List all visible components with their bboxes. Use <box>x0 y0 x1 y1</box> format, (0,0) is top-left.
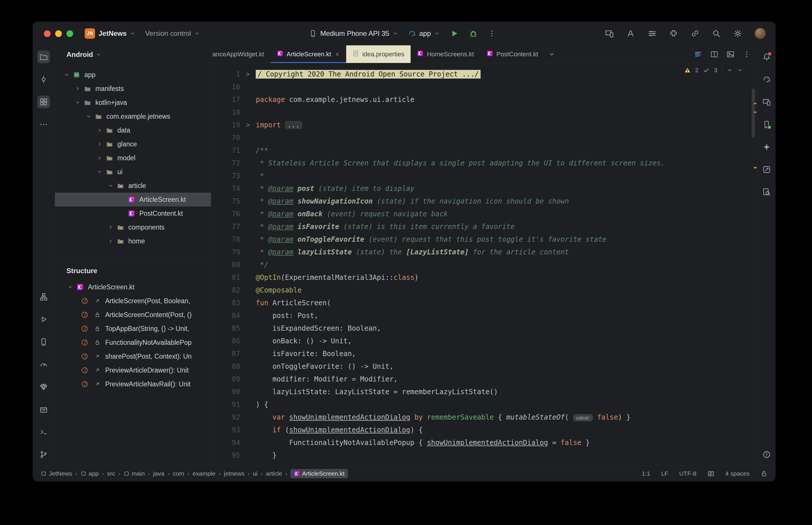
structure-root[interactable]: ArticleScreen.kt <box>55 280 211 294</box>
chevron-down-icon[interactable] <box>65 284 75 290</box>
chevron-right-icon[interactable] <box>106 225 116 230</box>
structure-item[interactable]: fTopAppBar(String, () -> Unit, <box>55 322 211 335</box>
chevron-right-icon[interactable] <box>73 86 83 91</box>
vcs-widget[interactable]: Version control <box>145 29 200 38</box>
structure-item[interactable]: fArticleScreenContent(Post, () <box>55 308 211 322</box>
project-widget[interactable]: JN JetNews <box>85 28 135 39</box>
settings-icon[interactable] <box>734 29 742 38</box>
build-variants-icon[interactable] <box>37 290 50 303</box>
split-view-icon[interactable] <box>711 50 718 58</box>
device-mirroring-icon[interactable] <box>605 29 614 38</box>
reader-mode-icon[interactable] <box>707 470 714 477</box>
code-editor[interactable]: 1>/ Copyright 2020 The Android Open Sour… <box>211 63 757 466</box>
previous-problem-icon[interactable] <box>727 67 733 73</box>
caret-position[interactable]: 1:1 <box>642 470 650 477</box>
structure-item[interactable]: fPreviewArticleNavRail(): Unit <box>55 377 211 391</box>
tree-item-ArticleScreen.kt[interactable]: ArticleScreen.kt <box>55 193 211 207</box>
tree-item-kotlin+java[interactable]: kotlin+java <box>55 95 211 109</box>
run-configuration-selector[interactable]: app <box>408 29 440 38</box>
indent-setting[interactable]: 4 spaces <box>725 470 750 477</box>
gradle-icon[interactable] <box>760 73 773 86</box>
breadcrumb-jetnews[interactable]: jetnews <box>224 470 245 477</box>
breadcrumb-app[interactable]: app <box>80 470 99 477</box>
version-control-icon[interactable] <box>37 448 50 461</box>
editor-more-icon[interactable] <box>743 50 751 58</box>
project-tool-icon[interactable] <box>37 50 50 63</box>
structure-item[interactable]: fPreviewArticleDrawer(): Unit <box>55 363 211 377</box>
debug-button[interactable] <box>469 29 478 38</box>
breadcrumb-article[interactable]: article <box>266 470 282 477</box>
chevron-right-icon[interactable] <box>95 155 105 161</box>
tree-item-app[interactable]: app <box>55 68 211 82</box>
line-separator[interactable]: LF <box>661 470 668 477</box>
more-actions-icon[interactable] <box>488 30 496 37</box>
notifications-icon[interactable] <box>760 50 773 63</box>
breadcrumb-JetNews[interactable]: JetNews <box>41 470 72 477</box>
breadcrumb-example[interactable]: example <box>192 470 215 477</box>
breadcrumb-main[interactable]: main <box>124 470 145 477</box>
chevron-down-icon[interactable] <box>106 183 116 188</box>
tab-PostContent.kt[interactable]: PostContent.kt <box>480 45 544 63</box>
structure-item[interactable]: fArticleScreen(Post, Boolean, <box>55 294 211 308</box>
warning-stripe-mark[interactable] <box>754 111 756 113</box>
fold-marker-icon[interactable]: > <box>240 68 256 80</box>
more-tools-icon[interactable] <box>37 118 50 131</box>
close-tab-icon[interactable] <box>335 52 340 57</box>
tree-item-article[interactable]: article <box>55 179 211 193</box>
project-view-mode-selector[interactable]: Android <box>55 45 211 64</box>
zoom-window-button[interactable] <box>67 30 73 37</box>
profiler-icon[interactable] <box>37 358 50 371</box>
structure-item[interactable]: fsharePost(Post, Context): Un <box>55 349 211 363</box>
chevron-right-icon[interactable] <box>95 127 105 133</box>
problems-icon[interactable] <box>760 448 773 461</box>
tree-item-home[interactable]: home <box>55 234 211 248</box>
tree-item-ui[interactable]: ui <box>55 165 211 179</box>
tab-HomeScreens.kt[interactable]: HomeScreens.kt <box>411 45 480 63</box>
chevron-down-icon[interactable] <box>84 114 94 119</box>
tree-item-components[interactable]: components <box>55 220 211 234</box>
tree-item-data[interactable]: data <box>55 123 211 137</box>
link-icon[interactable] <box>691 29 699 38</box>
breadcrumb-com[interactable]: com <box>173 470 184 477</box>
chevron-right-icon[interactable] <box>95 141 105 147</box>
running-devices-icon[interactable] <box>760 118 773 131</box>
breadcrumb-ui[interactable]: ui <box>253 470 257 477</box>
minimize-window-button[interactable] <box>55 30 62 37</box>
design-view-icon[interactable] <box>727 50 734 58</box>
structure-tool-icon[interactable] <box>37 95 50 108</box>
tree-item-com.example.jetnews[interactable]: com.example.jetnews <box>55 109 211 123</box>
warning-stripe-mark[interactable] <box>754 103 756 104</box>
chevron-down-icon[interactable] <box>62 72 72 77</box>
structure-item[interactable]: fFunctionalityNotAvailablePop <box>55 335 211 349</box>
commit-tool-icon[interactable] <box>37 73 50 86</box>
chevron-right-icon[interactable] <box>106 239 116 244</box>
editor-scrollbar[interactable] <box>752 88 755 137</box>
plugins-icon[interactable] <box>669 29 678 38</box>
ai-actions-icon[interactable] <box>626 29 635 38</box>
chevron-down-icon[interactable] <box>73 100 83 105</box>
search-everywhere-icon[interactable] <box>712 29 721 38</box>
tree-item-PostContent.kt[interactable]: PostContent.kt <box>55 207 211 220</box>
breadcrumb-src[interactable]: src <box>107 470 115 477</box>
app-quality-insights-icon[interactable] <box>37 380 50 393</box>
breadcrumb-java[interactable]: java <box>153 470 164 477</box>
code-view-icon[interactable] <box>694 50 702 58</box>
terminal-icon[interactable] <box>37 426 50 438</box>
tab-anceAppWidget.kt[interactable]: anceAppWidget.kt <box>211 45 270 63</box>
run-button[interactable] <box>450 29 459 38</box>
resource-manager-icon[interactable] <box>37 403 50 416</box>
device-manager-icon[interactable] <box>37 335 50 348</box>
display-options-icon[interactable] <box>648 29 656 38</box>
breadcrumb-ArticleScreen.kt[interactable]: ArticleScreen.kt <box>291 469 348 478</box>
file-writable-icon[interactable] <box>761 470 768 477</box>
fold-marker-icon[interactable]: > <box>240 119 256 131</box>
device-selector[interactable]: Medium Phone API 35 <box>309 29 398 38</box>
file-encoding[interactable]: UTF-8 <box>679 470 696 477</box>
compose-preview-icon[interactable] <box>760 163 773 176</box>
run-tool-icon[interactable] <box>37 313 50 326</box>
inspections-widget[interactable]: 2 3 <box>681 65 746 75</box>
tree-item-model[interactable]: model <box>55 151 211 165</box>
tab-ArticleScreen.kt[interactable]: ArticleScreen.kt <box>270 45 346 63</box>
tree-item-glance[interactable]: glance <box>55 137 211 151</box>
close-window-button[interactable] <box>44 30 50 37</box>
